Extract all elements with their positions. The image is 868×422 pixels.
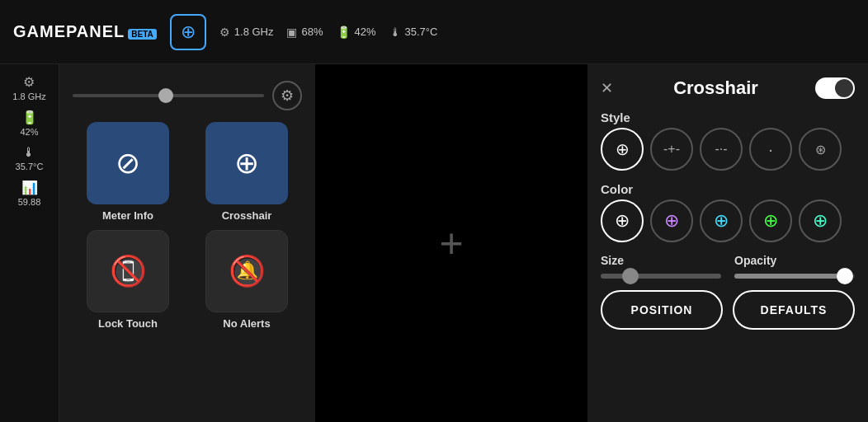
sidebar-battery: 🔋 42% bbox=[20, 110, 38, 137]
top-bar: GAMEPANEL BETA ⊕ ⚙ 1.8 GHz ▣ 68% 🔋 42% 🌡… bbox=[0, 0, 868, 64]
temp-icon: 🌡 bbox=[389, 26, 401, 39]
style-option-dash-plus[interactable]: -+- bbox=[650, 128, 693, 171]
lock-touch-icon: 📵 bbox=[110, 254, 147, 288]
cpu-icon: ⚙ bbox=[219, 26, 230, 39]
gpu-value: 68% bbox=[301, 26, 323, 38]
size-group: Size bbox=[601, 254, 721, 279]
color-cyan[interactable]: ⊕ bbox=[700, 199, 743, 242]
sidebar-temp-value: 35.7°C bbox=[16, 162, 44, 171]
panel-item-crosshair: ⊕ Crosshair bbox=[191, 122, 302, 222]
style-option-dot[interactable]: · bbox=[749, 128, 792, 171]
lock-touch-button[interactable]: 📵 bbox=[87, 230, 169, 312]
no-alerts-icon: 🔕 bbox=[229, 254, 266, 288]
brightness-slider[interactable] bbox=[73, 94, 264, 97]
no-alerts-label: No Alerts bbox=[223, 317, 270, 330]
gpu-icon: ▣ bbox=[286, 26, 297, 39]
sidebar-cpu: ⚙ 1.8 GHz bbox=[12, 74, 45, 101]
panel-icons-grid: ⊘ Meter Info ⊕ Crosshair 📵 Lock Touch 🔕 … bbox=[73, 122, 302, 330]
stat-temp: 🌡 35.7°C bbox=[389, 26, 438, 39]
size-thumb[interactable] bbox=[622, 268, 639, 284]
panel-item-lock-touch: 📵 Lock Touch bbox=[73, 230, 183, 330]
color-section: Color ⊕ ⊕ ⊕ ⊕ ⊕ bbox=[601, 182, 855, 242]
color-purple[interactable]: ⊕ bbox=[650, 199, 693, 242]
no-alerts-button[interactable]: 🔕 bbox=[205, 230, 288, 312]
brightness-slider-row: ⚙ bbox=[73, 77, 302, 114]
sidebar-temp-icon: 🌡 bbox=[22, 145, 35, 160]
panel-item-no-alerts: 🔕 No Alerts bbox=[191, 230, 302, 330]
crosshair-icon: ⊕ bbox=[234, 146, 259, 181]
size-slider[interactable] bbox=[601, 274, 721, 279]
style-section: Style ⊕ -+- -·- · ⊛ bbox=[601, 110, 855, 171]
stat-battery: 🔋 42% bbox=[337, 26, 376, 39]
crosshair-button[interactable]: ⊕ bbox=[205, 122, 288, 204]
add-widget-icon[interactable]: + bbox=[439, 219, 463, 267]
sidebar-battery-icon: 🔋 bbox=[21, 110, 38, 125]
color-label: Color bbox=[601, 182, 855, 196]
style-label: Style bbox=[601, 110, 855, 124]
sidebar-fps-value: 59.88 bbox=[18, 197, 41, 207]
left-sidebar: ⚙ 1.8 GHz 🔋 42% 🌡 35.7°C 📊 59.88 bbox=[0, 64, 59, 422]
color-teal[interactable]: ⊕ bbox=[799, 199, 842, 242]
app-logo: GAMEPANEL BETA bbox=[13, 22, 157, 41]
battery-icon: 🔋 bbox=[337, 26, 351, 39]
settings-button[interactable]: ⚙ bbox=[272, 81, 302, 110]
cpu-value: 1.8 GHz bbox=[234, 26, 274, 38]
crosshair-close-button[interactable]: ✕ bbox=[601, 79, 613, 97]
opacity-thumb[interactable] bbox=[837, 268, 853, 284]
opacity-label: Opacity bbox=[734, 254, 855, 267]
color-white[interactable]: ⊕ bbox=[601, 199, 644, 242]
logo-beta: BETA bbox=[128, 29, 156, 40]
style-option-circle-cross[interactable]: ⊛ bbox=[799, 128, 842, 171]
move-button[interactable]: ⊕ bbox=[170, 14, 206, 50]
center-area: + bbox=[315, 64, 587, 422]
logo-game: GAMEPANEL bbox=[13, 22, 125, 41]
crosshair-panel: ✕ Crosshair Style ⊕ -+- -·- · ⊛ Color ⊕ … bbox=[587, 64, 868, 422]
position-button[interactable]: POSITION bbox=[601, 290, 723, 330]
battery-value: 42% bbox=[355, 26, 376, 38]
sidebar-cpu-icon: ⚙ bbox=[23, 74, 35, 90]
sidebar-cpu-value: 1.8 GHz bbox=[12, 91, 45, 101]
color-options: ⊕ ⊕ ⊕ ⊕ ⊕ bbox=[601, 199, 855, 242]
opacity-group: Opacity bbox=[734, 254, 855, 279]
action-buttons: POSITION DEFAULTS bbox=[601, 290, 855, 330]
lock-touch-label: Lock Touch bbox=[98, 317, 158, 330]
meter-info-label: Meter Info bbox=[102, 209, 153, 222]
opacity-slider[interactable] bbox=[734, 274, 855, 279]
panel-item-meter-info: ⊘ Meter Info bbox=[73, 122, 183, 222]
sidebar-temp: 🌡 35.7°C bbox=[16, 145, 44, 171]
sidebar-fps: 📊 59.88 bbox=[18, 180, 41, 207]
size-label: Size bbox=[601, 254, 721, 267]
size-opacity-row: Size Opacity bbox=[601, 254, 855, 279]
sidebar-battery-value: 42% bbox=[20, 127, 38, 137]
crosshair-label: Crosshair bbox=[222, 209, 272, 222]
sidebar-fps-icon: 📊 bbox=[21, 180, 38, 195]
stat-cpu: ⚙ 1.8 GHz bbox=[219, 26, 274, 39]
crosshair-header: ✕ Crosshair bbox=[601, 77, 855, 99]
meter-info-icon: ⊘ bbox=[116, 146, 140, 181]
stat-gpu: ▣ 68% bbox=[286, 26, 323, 39]
defaults-button[interactable]: DEFAULTS bbox=[733, 290, 855, 330]
style-options: ⊕ -+- -·- · ⊛ bbox=[601, 128, 855, 171]
style-option-dot-cross[interactable]: -·- bbox=[700, 128, 743, 171]
style-option-plus-open[interactable]: ⊕ bbox=[601, 128, 644, 171]
color-green[interactable]: ⊕ bbox=[749, 199, 792, 242]
meter-info-button[interactable]: ⊘ bbox=[87, 122, 169, 204]
crosshair-title: Crosshair bbox=[625, 77, 807, 99]
crosshair-toggle[interactable] bbox=[815, 77, 855, 99]
temp-value: 35.7°C bbox=[405, 26, 438, 38]
brightness-thumb[interactable] bbox=[158, 88, 173, 103]
panel-grid: ⚙ ⊘ Meter Info ⊕ Crosshair 📵 Lock Touch … bbox=[59, 64, 315, 422]
